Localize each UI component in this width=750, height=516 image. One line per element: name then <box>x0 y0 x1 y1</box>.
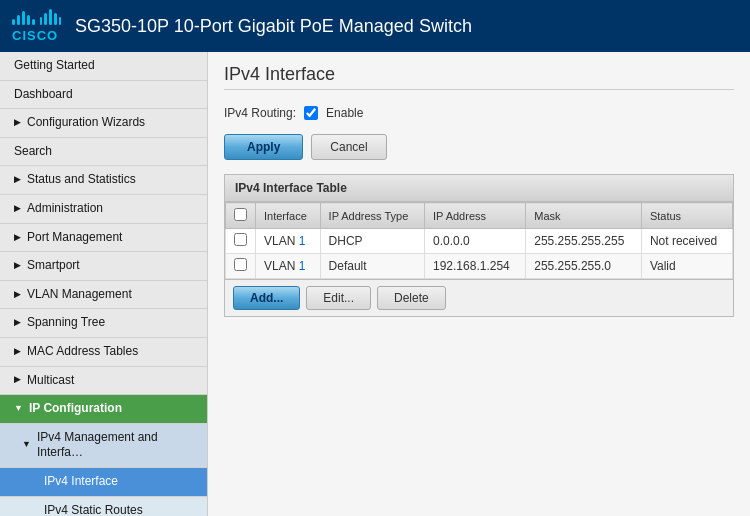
add-button[interactable]: Add... <box>233 286 300 310</box>
cell-mask: 255.255.255.0 <box>526 254 642 279</box>
cell-ip-type: DHCP <box>320 229 424 254</box>
expand-icon: ▶ <box>14 232 21 244</box>
routing-enable-label: Enable <box>326 106 363 120</box>
sidebar-item-smartport[interactable]: ▶ Smartport <box>0 252 207 281</box>
sidebar-item-multicast[interactable]: ▶ Multicast <box>0 367 207 396</box>
content-area: IPv4 Interface IPv4 Routing: Enable Appl… <box>208 52 750 516</box>
sidebar-item-label: Smartport <box>27 258 80 274</box>
sidebar-item-getting-started[interactable]: Getting Started <box>0 52 207 81</box>
row-checkbox[interactable] <box>234 233 247 246</box>
col-header-interface: Interface <box>256 203 321 229</box>
sidebar-item-ipv4-interface[interactable]: IPv4 Interface <box>0 468 207 497</box>
col-header-ip-address: IP Address <box>425 203 526 229</box>
sidebar-item-label: Spanning Tree <box>27 315 105 331</box>
row-checkbox-cell <box>226 229 256 254</box>
cell-status: Not received <box>641 229 732 254</box>
sidebar-item-dashboard[interactable]: Dashboard <box>0 81 207 110</box>
cell-interface: VLAN 1 <box>256 254 321 279</box>
vlan-link[interactable]: 1 <box>299 259 306 273</box>
cell-status: Valid <box>641 254 732 279</box>
expand-icon: ▶ <box>14 346 21 358</box>
expand-icon: ▶ <box>14 260 21 272</box>
sidebar-item-ip-configuration[interactable]: ▼ IP Configuration <box>0 395 207 424</box>
delete-button[interactable]: Delete <box>377 286 446 310</box>
sidebar-item-label: Configuration Wizards <box>27 115 145 131</box>
cell-mask: 255.255.255.255 <box>526 229 642 254</box>
sidebar-item-label: MAC Address Tables <box>27 344 138 360</box>
table-title: IPv4 Interface Table <box>225 175 733 202</box>
cell-interface: VLAN 1 <box>256 229 321 254</box>
row-checkbox[interactable] <box>234 258 247 271</box>
sidebar-item-label: Port Management <box>27 230 122 246</box>
apply-button[interactable]: Apply <box>224 134 303 160</box>
col-header-status: Status <box>641 203 732 229</box>
cisco-logo-icon <box>12 9 61 25</box>
sidebar: Getting Started Dashboard ▶ Configuratio… <box>0 52 208 516</box>
ipv4-interface-table-section: IPv4 Interface Table Interface IP Addres… <box>224 174 734 317</box>
main-layout: Getting Started Dashboard ▶ Configuratio… <box>0 52 750 516</box>
sidebar-item-ipv4-static-routes[interactable]: IPv4 Static Routes <box>0 497 207 517</box>
sidebar-item-label: IPv4 Static Routes <box>44 503 143 517</box>
sidebar-item-label: Search <box>14 144 52 160</box>
header-title: SG350-10P 10-Port Gigabit PoE Managed Sw… <box>75 16 472 37</box>
cancel-button[interactable]: Cancel <box>311 134 386 160</box>
sidebar-item-status-stats[interactable]: ▶ Status and Statistics <box>0 166 207 195</box>
sidebar-item-label: Multicast <box>27 373 74 389</box>
expand-icon: ▶ <box>14 174 21 186</box>
sidebar-item-ipv4-mgmt[interactable]: ▼ IPv4 Management and Interfa… <box>0 424 207 468</box>
routing-checkbox[interactable] <box>304 106 318 120</box>
row-checkbox-cell <box>226 254 256 279</box>
expand-icon: ▶ <box>14 374 21 386</box>
sidebar-item-label: Getting Started <box>14 58 95 74</box>
page-title: IPv4 Interface <box>224 64 734 90</box>
col-header-checkbox <box>226 203 256 229</box>
button-row: Apply Cancel <box>224 134 734 160</box>
expand-icon: ▼ <box>22 439 31 451</box>
sidebar-item-label: Administration <box>27 201 103 217</box>
vlan-link[interactable]: 1 <box>299 234 306 248</box>
routing-row: IPv4 Routing: Enable <box>224 102 734 124</box>
sidebar-item-label: IPv4 Management and Interfa… <box>37 430 197 461</box>
sidebar-item-administration[interactable]: ▶ Administration <box>0 195 207 224</box>
table-row: VLAN 1Default192.168.1.254255.255.255.0V… <box>226 254 733 279</box>
sidebar-item-search[interactable]: Search <box>0 138 207 167</box>
cell-ip-address: 0.0.0.0 <box>425 229 526 254</box>
table-row: VLAN 1DHCP0.0.0.0255.255.255.255Not rece… <box>226 229 733 254</box>
sidebar-item-config-wizards[interactable]: ▶ Configuration Wizards <box>0 109 207 138</box>
sidebar-item-port-management[interactable]: ▶ Port Management <box>0 224 207 253</box>
sidebar-item-label: Status and Statistics <box>27 172 136 188</box>
ipv4-interface-table: Interface IP Address Type IP Address Mas… <box>225 202 733 279</box>
expand-icon: ▶ <box>14 317 21 329</box>
sidebar-item-label: VLAN Management <box>27 287 132 303</box>
expand-icon: ▼ <box>14 403 23 415</box>
select-all-checkbox[interactable] <box>234 208 247 221</box>
expand-icon: ▶ <box>14 117 21 129</box>
sidebar-item-vlan-management[interactable]: ▶ VLAN Management <box>0 281 207 310</box>
sidebar-item-label: IP Configuration <box>29 401 122 417</box>
cisco-logo: CISCO <box>12 9 61 43</box>
expand-icon: ▶ <box>14 203 21 215</box>
table-action-row: Add... Edit... Delete <box>225 279 733 316</box>
sidebar-item-label: IPv4 Interface <box>44 474 118 490</box>
edit-button[interactable]: Edit... <box>306 286 371 310</box>
cisco-logo-text: CISCO <box>12 28 61 43</box>
header: CISCO SG350-10P 10-Port Gigabit PoE Mana… <box>0 0 750 52</box>
routing-label: IPv4 Routing: <box>224 106 296 120</box>
sidebar-item-spanning-tree[interactable]: ▶ Spanning Tree <box>0 309 207 338</box>
sidebar-item-mac-address-tables[interactable]: ▶ MAC Address Tables <box>0 338 207 367</box>
col-header-mask: Mask <box>526 203 642 229</box>
sidebar-item-label: Dashboard <box>14 87 73 103</box>
expand-icon: ▶ <box>14 289 21 301</box>
cell-ip-address: 192.168.1.254 <box>425 254 526 279</box>
cell-ip-type: Default <box>320 254 424 279</box>
col-header-ip-type: IP Address Type <box>320 203 424 229</box>
